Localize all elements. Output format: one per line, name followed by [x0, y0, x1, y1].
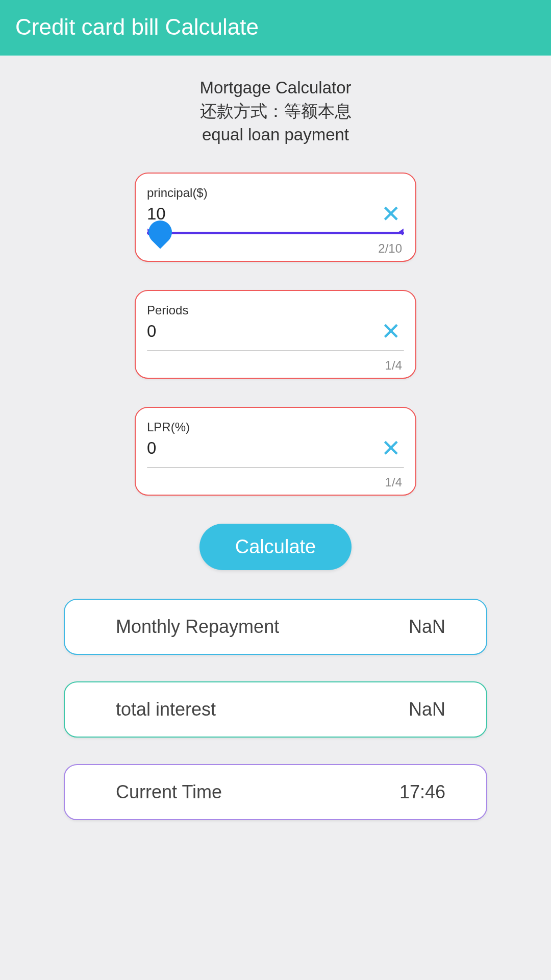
lpr-label: LPR(%) — [147, 420, 404, 434]
interest-value: NaN — [409, 699, 445, 720]
principal-input-card: principal($) ✕ 2/10 — [135, 173, 416, 262]
lpr-underline — [147, 467, 404, 468]
total-interest-card: total interest NaN — [64, 681, 487, 738]
content: Mortgage Calculator 还款方式：等额本息 equal loan… — [0, 56, 551, 820]
time-label: Current Time — [116, 781, 222, 803]
periods-counter: 1/4 — [147, 358, 404, 373]
principal-slider[interactable] — [147, 232, 404, 234]
monthly-repayment-card: Monthly Repayment NaN — [64, 599, 487, 655]
periods-underline — [147, 350, 404, 351]
clear-icon[interactable]: ✕ — [381, 436, 401, 460]
monthly-value: NaN — [409, 616, 445, 638]
monthly-label: Monthly Repayment — [116, 616, 279, 638]
interest-label: total interest — [116, 699, 216, 720]
time-value: 17:46 — [399, 781, 445, 803]
principal-label: principal($) — [147, 186, 404, 200]
clear-icon[interactable]: ✕ — [381, 320, 401, 343]
calculate-button[interactable]: Calculate — [199, 524, 352, 570]
lpr-counter: 1/4 — [147, 475, 404, 489]
lpr-input[interactable] — [147, 438, 300, 458]
principal-input[interactable] — [147, 204, 300, 224]
principal-counter: 2/10 — [147, 241, 404, 256]
title-block: Mortgage Calculator 还款方式：等额本息 equal loan… — [0, 76, 551, 147]
periods-input[interactable] — [147, 322, 300, 341]
app-title: Credit card bill Calculate — [15, 14, 259, 39]
current-time-card: Current Time 17:46 — [64, 764, 487, 820]
title-line2: 还款方式：等额本息 — [0, 100, 551, 123]
periods-label: Periods — [147, 303, 404, 317]
title-line3: equal loan payment — [0, 123, 551, 146]
title-line1: Mortgage Calculator — [0, 76, 551, 100]
app-header: Credit card bill Calculate — [0, 0, 551, 56]
lpr-input-card: LPR(%) ✕ 1/4 — [135, 407, 416, 496]
periods-input-card: Periods ✕ 1/4 — [135, 290, 416, 379]
clear-icon[interactable]: ✕ — [381, 202, 401, 226]
